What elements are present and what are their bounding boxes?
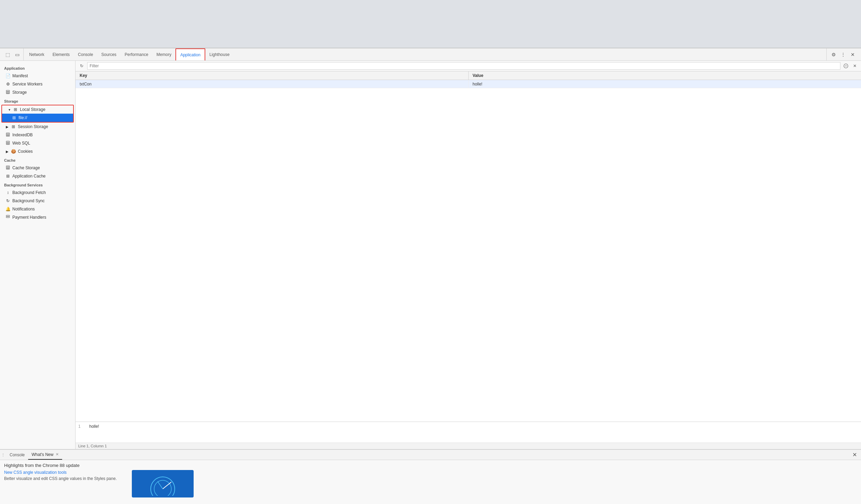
sidebar-item-web-sql-label: Web SQL [12,141,30,146]
sidebar-item-session-storage[interactable]: ▶ ⊞ Session Storage [0,123,75,131]
value-preview-content: 1 holle! [76,422,861,443]
svg-rect-7 [6,142,10,144]
svg-rect-4 [6,134,10,135]
sidebar-item-local-storage-file[interactable]: ⊞ file:// [2,114,73,122]
service-workers-icon: ⚙ [5,82,10,87]
value-text: holle! [89,424,99,440]
sidebar-item-payment-handlers-label: Payment Handlers [12,215,46,220]
svg-rect-3 [6,133,10,134]
tab-console[interactable]: Console [74,48,97,60]
status-bar: Line 1, Column 1 [76,443,861,449]
sidebar-section-application: Application [0,64,75,72]
tab-network[interactable]: Network [25,48,48,60]
bottom-panel-icon: ⋮ [1,453,6,457]
filter-input[interactable] [87,62,840,70]
settings-icon[interactable]: ⚙ [829,50,838,59]
bottom-tab-console[interactable]: Console [6,450,28,460]
filter-bar: ↻ ✕ [76,61,861,71]
local-storage-file-icon: ⊞ [12,115,16,120]
background-sync-icon: ↻ [5,198,10,203]
filter-refresh-button[interactable]: ↻ [78,62,85,69]
main-content: ↻ ✕ Key Value txtCon holle! [76,61,861,449]
svg-rect-12 [6,215,10,216]
background-fetch-icon: ↕ [5,190,10,195]
sidebar: Application 📄 Manifest ⚙ Service Workers… [0,61,76,449]
bottom-panel-close-button[interactable]: ✕ [850,451,860,458]
sidebar-section-cache: Cache [0,156,75,164]
sidebar-item-web-sql[interactable]: Web SQL [0,139,75,147]
sidebar-section-storage: Storage [0,96,75,105]
sidebar-item-payment-handlers[interactable]: Payment Handlers [0,213,75,221]
sidebar-item-indexeddb[interactable]: IndexedDB [0,131,75,139]
whats-new-link[interactable]: New CSS angle visualization tools [4,470,128,475]
sidebar-item-background-fetch-label: Background Fetch [12,190,46,195]
sidebar-item-cache-storage[interactable]: Cache Storage [0,164,75,172]
toolbar-right: ⚙ ⋮ ✕ [826,48,860,60]
local-storage-expand-icon: ▾ [8,108,11,112]
inspect-icon[interactable]: ⬚ [3,50,12,59]
sidebar-item-storage[interactable]: Storage [0,88,75,96]
svg-rect-1 [6,92,10,93]
tab-elements[interactable]: Elements [48,48,74,60]
tab-application[interactable]: Application [175,48,205,60]
svg-rect-11 [6,169,10,169]
svg-rect-0 [6,90,10,91]
sidebar-item-service-workers[interactable]: ⚙ Service Workers [0,80,75,88]
storage-table: Key Value txtCon holle! [76,71,861,422]
sidebar-item-background-fetch[interactable]: ↕ Background Fetch [0,188,75,197]
sidebar-item-manifest-label: Manifest [12,73,28,78]
svg-rect-6 [6,141,10,142]
sidebar-item-cookies-label: Cookies [18,149,33,154]
sidebar-item-storage-label: Storage [12,90,27,95]
devtools-tabs: Network Elements Console Sources Perform… [24,48,826,60]
svg-rect-2 [6,93,10,94]
sidebar-item-notifications-label: Notifications [12,207,35,211]
tab-sources[interactable]: Sources [97,48,120,60]
table-header-value: Value [469,71,861,80]
tab-lighthouse[interactable]: Lighthouse [205,48,234,60]
bottom-tab-close-icon[interactable]: ✕ [56,452,59,457]
whats-new-card-image [132,470,194,497]
filter-close-icon[interactable]: ✕ [851,62,858,69]
cookies-icon: 🍪 [11,149,16,154]
manifest-icon: 📄 [5,73,10,78]
sidebar-item-indexeddb-label: IndexedDB [12,133,33,137]
browser-chrome [0,0,861,48]
notifications-icon: 🔔 [5,207,10,211]
payment-handlers-icon [5,215,10,220]
devtools-toolbar: ⬚ ▭ Network Elements Console Sources Per… [0,48,861,61]
sidebar-section-background-services: Background Services [0,180,75,188]
whats-new-card-text: New CSS angle visualization tools Better… [4,470,128,497]
more-options-icon[interactable]: ⋮ [839,50,847,59]
svg-rect-13 [6,217,10,218]
table-cell-value: holle! [469,80,861,88]
bottom-panel: ⋮ Console What's New ✕ ✕ Highlights from… [0,449,861,504]
sidebar-item-cache-storage-label: Cache Storage [12,165,40,170]
toolbar-icons: ⬚ ▭ [1,48,24,60]
svg-rect-5 [6,136,10,136]
filter-clear-icon[interactable] [842,62,849,69]
tab-memory[interactable]: Memory [152,48,175,60]
bottom-tab-whats-new[interactable]: What's New ✕ [28,450,62,460]
application-cache-icon: ⊞ [5,174,10,179]
sidebar-item-application-cache[interactable]: ⊞ Application Cache [0,172,75,180]
svg-rect-9 [6,166,10,167]
sidebar-item-manifest[interactable]: 📄 Manifest [0,72,75,80]
close-devtools-icon[interactable]: ✕ [849,50,857,59]
sidebar-item-local-storage-label: Local Storage [20,107,45,112]
tab-performance[interactable]: Performance [120,48,152,60]
storage-icon [5,90,10,95]
sidebar-item-local-storage[interactable]: ▾ ⊞ Local Storage [2,105,73,114]
devtools-body: Application 📄 Manifest ⚙ Service Workers… [0,61,861,449]
bottom-content: Highlights from the Chrome 88 update New… [0,460,861,504]
cookies-expand-icon: ▶ [5,150,9,153]
device-toolbar-icon[interactable]: ▭ [13,50,21,59]
whats-new-description: Better visualize and edit CSS angle valu… [4,476,128,481]
sidebar-item-cookies[interactable]: ▶ 🍪 Cookies [0,147,75,156]
local-storage-group: ▾ ⊞ Local Storage ⊞ file:// [1,105,74,123]
sidebar-item-notifications[interactable]: 🔔 Notifications [0,205,75,213]
table-row[interactable]: txtCon holle! [76,80,861,88]
value-preview: 1 holle! Line 1, Column 1 [76,422,861,449]
sidebar-item-background-sync[interactable]: ↻ Background Sync [0,197,75,205]
web-sql-icon [5,141,10,146]
